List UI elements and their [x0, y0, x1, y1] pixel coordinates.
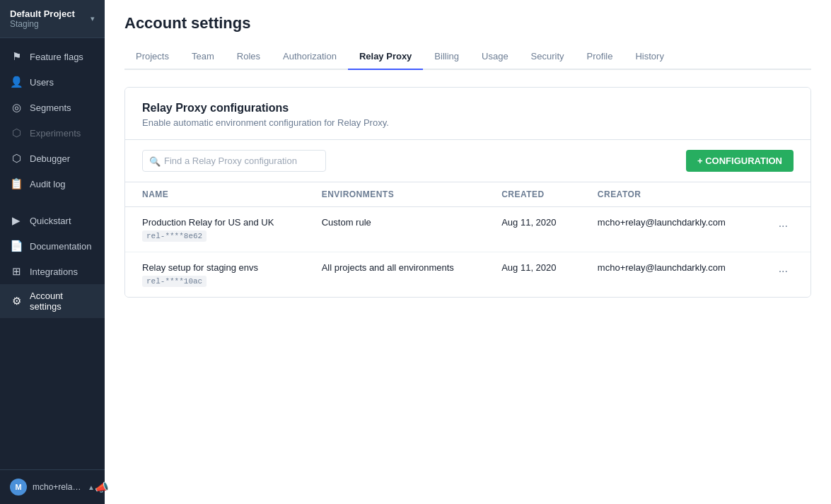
users-icon: 👤: [10, 76, 23, 88]
sidebar: Default Project Staging ▾ ⚑ Feature flag…: [0, 0, 105, 504]
project-info: Default Project Staging: [10, 8, 75, 29]
sidebar-item-users[interactable]: 👤 Users: [0, 69, 105, 95]
search-icon: 🔍: [149, 156, 161, 166]
debugger-icon: ⬡: [10, 152, 23, 165]
cell-creator-1: mcho+relay@launchdarkly.com: [581, 207, 756, 252]
project-name: Default Project: [10, 8, 75, 19]
documentation-icon: 📄: [10, 240, 23, 252]
sidebar-item-experiments: ⬡ Experiments: [0, 120, 105, 146]
cell-actions-2: ···: [756, 252, 810, 298]
cell-created-1: Aug 11, 2020: [484, 207, 581, 252]
audit-log-icon: 📋: [10, 177, 23, 190]
card-title: Relay Proxy configurations: [142, 102, 794, 115]
sidebar-label-feature-flags: Feature flags: [30, 52, 83, 62]
sidebar-item-integrations[interactable]: ⊞ Integrations: [0, 259, 105, 284]
table-row: Production Relay for US and UK rel-****8…: [125, 207, 810, 252]
user-chevron-icon: ▲: [88, 484, 95, 491]
more-options-button-2[interactable]: ···: [773, 262, 794, 281]
tab-relay-proxy[interactable]: Relay Proxy: [348, 44, 423, 70]
sidebar-item-feature-flags[interactable]: ⚑ Feature flags: [0, 44, 105, 69]
page-title: Account settings: [124, 14, 811, 33]
tab-team[interactable]: Team: [180, 44, 226, 70]
cell-created-2: Aug 11, 2020: [484, 252, 581, 298]
tab-billing[interactable]: Billing: [423, 44, 470, 70]
cell-creator-2: mcho+relay@launchdarkly.com: [581, 252, 756, 298]
project-env: Staging: [10, 19, 75, 29]
cell-env-1: Custom rule: [305, 207, 484, 252]
col-actions: [756, 182, 810, 207]
sidebar-item-debugger[interactable]: ⬡ Debugger: [0, 146, 105, 171]
row-id-1: rel-****8e62: [142, 230, 207, 242]
tab-history[interactable]: History: [624, 44, 675, 70]
search-input[interactable]: [142, 150, 326, 172]
col-created: Created: [484, 182, 581, 207]
add-configuration-label: + CONFIGURATION: [697, 156, 782, 166]
tab-usage[interactable]: Usage: [470, 44, 520, 70]
cell-env-2: All projects and all environments: [305, 252, 484, 298]
table-row: Relay setup for staging envs rel-****10a…: [125, 252, 810, 298]
sidebar-item-account-settings[interactable]: ⚙ Account settings: [0, 284, 105, 318]
card-header: Relay Proxy configurations Enable automa…: [125, 88, 810, 140]
col-creator: Creator: [581, 182, 756, 207]
content-area: Relay Proxy configurations Enable automa…: [105, 70, 831, 504]
relay-proxy-card: Relay Proxy configurations Enable automa…: [124, 87, 811, 298]
sidebar-label-segments: Segments: [30, 102, 71, 113]
card-toolbar: 🔍 + CONFIGURATION: [125, 140, 810, 182]
tab-roles[interactable]: Roles: [226, 44, 272, 70]
username: mcho+relay@l...: [33, 482, 82, 492]
configurations-table: Name Environments Created Creator Produc…: [125, 182, 810, 297]
sidebar-item-audit-log[interactable]: 📋 Audit log: [0, 171, 105, 197]
cell-actions-1: ···: [756, 207, 810, 252]
feature-flags-icon: ⚑: [10, 50, 23, 63]
sidebar-label-experiments: Experiments: [30, 128, 81, 139]
cell-name-1: Production Relay for US and UK rel-****8…: [125, 207, 305, 252]
integrations-icon: ⊞: [10, 265, 23, 278]
sidebar-label-integrations: Integrations: [30, 266, 78, 277]
more-options-button-1[interactable]: ···: [773, 217, 794, 235]
sidebar-label-debugger: Debugger: [30, 153, 70, 164]
segments-icon: ◎: [10, 101, 23, 114]
main-content: Account settings Projects Team Roles Aut…: [105, 0, 831, 504]
tabs-nav: Projects Team Roles Authorization Relay …: [124, 44, 811, 70]
tab-authorization[interactable]: Authorization: [272, 44, 348, 70]
row-name-1: Production Relay for US and UK: [142, 217, 288, 228]
table-header: Name Environments Created Creator: [125, 182, 810, 207]
sidebar-item-segments[interactable]: ◎ Segments: [0, 95, 105, 120]
avatar: M: [10, 479, 27, 496]
col-name: Name: [125, 182, 305, 207]
quickstart-icon: ▶: [10, 214, 23, 227]
tab-security[interactable]: Security: [520, 44, 576, 70]
table-body: Production Relay for US and UK rel-****8…: [125, 207, 810, 298]
user-menu[interactable]: M mcho+relay@l... ▲: [10, 479, 95, 496]
sidebar-footer: M mcho+relay@l... ▲ 📣: [0, 469, 105, 504]
card-subtitle: Enable automatic environment configurati…: [142, 117, 794, 128]
row-id-2: rel-****10ac: [142, 276, 207, 287]
search-wrapper: 🔍: [142, 150, 326, 172]
experiments-icon: ⬡: [10, 127, 23, 139]
sidebar-label-documentation: Documentation: [30, 241, 91, 252]
cell-name-2: Relay setup for staging envs rel-****10a…: [125, 252, 305, 298]
account-settings-icon: ⚙: [10, 295, 23, 307]
row-name-2: Relay setup for staging envs: [142, 262, 288, 273]
sidebar-label-quickstart: Quickstart: [30, 216, 71, 226]
page-header: Account settings Projects Team Roles Aut…: [105, 0, 831, 70]
sidebar-nav: ⚑ Feature flags 👤 Users ◎ Segments ⬡ Exp…: [0, 38, 105, 469]
sidebar-label-account-settings: Account settings: [30, 291, 95, 312]
project-selector[interactable]: Default Project Staging ▾: [0, 0, 105, 38]
sidebar-item-documentation[interactable]: 📄 Documentation: [0, 233, 105, 259]
project-chevron-icon: ▾: [91, 14, 95, 23]
tab-profile[interactable]: Profile: [576, 44, 624, 70]
add-configuration-button[interactable]: + CONFIGURATION: [686, 150, 794, 172]
col-environments: Environments: [305, 182, 484, 207]
tab-projects[interactable]: Projects: [124, 44, 180, 70]
sidebar-label-users: Users: [30, 77, 54, 88]
sidebar-label-audit-log: Audit log: [30, 179, 66, 189]
sidebar-item-quickstart[interactable]: ▶ Quickstart: [0, 208, 105, 233]
